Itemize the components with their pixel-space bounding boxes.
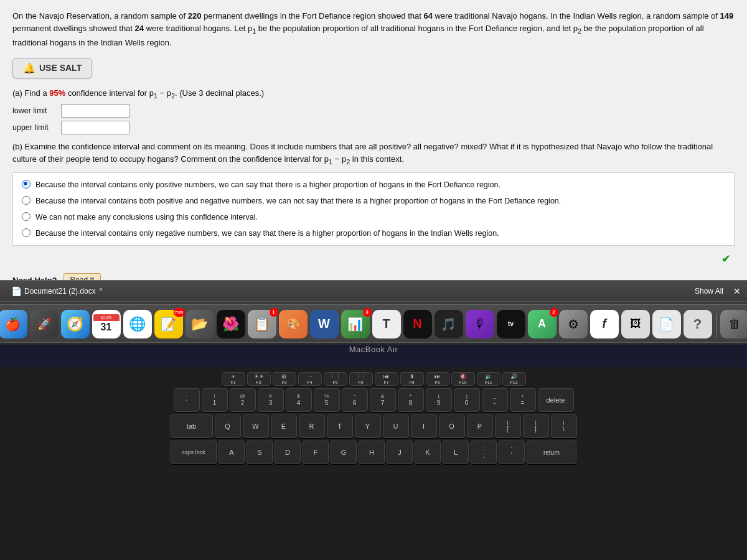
key-capslock[interactable]: caps lock bbox=[171, 441, 217, 464]
key-lbracket[interactable]: {[ bbox=[495, 414, 521, 438]
key-f1[interactable]: ☀F1 bbox=[222, 372, 245, 386]
key-d[interactable]: D bbox=[275, 441, 301, 464]
key-w[interactable]: W bbox=[243, 414, 269, 438]
dock-music-icon[interactable]: 🎵 bbox=[435, 310, 463, 338]
part-a-label: (a) Find a 95% confidence interval for p… bbox=[12, 88, 735, 100]
key-9[interactable]: (9 bbox=[426, 388, 452, 412]
key-tilde[interactable]: ~` bbox=[174, 388, 200, 412]
key-f9[interactable]: ⏭F9 bbox=[426, 372, 449, 386]
dock-help-icon[interactable]: ? bbox=[684, 310, 712, 338]
use-salt-button[interactable]: 🔔 USE SALT bbox=[12, 58, 92, 78]
key-0[interactable]: )0 bbox=[454, 388, 480, 412]
radio-item-1[interactable]: Because the interval contains both posit… bbox=[22, 195, 725, 207]
dock-notes-icon[interactable]: 📝 7185 bbox=[154, 310, 183, 338]
key-f8[interactable]: ⏸F8 bbox=[400, 372, 424, 386]
radio-circle-3[interactable] bbox=[22, 228, 31, 237]
key-f[interactable]: F bbox=[303, 441, 329, 464]
key-f5[interactable]: ⋮⋮F5 bbox=[324, 372, 347, 386]
key-q[interactable]: Q bbox=[215, 414, 241, 438]
dock-launchpad-icon[interactable]: 🚀 bbox=[30, 310, 59, 338]
dock-automator-icon[interactable]: A 2 bbox=[528, 310, 557, 338]
radio-label-3: Because the interval contains only negat… bbox=[35, 228, 499, 239]
dock-trash-icon[interactable]: 🗑 bbox=[720, 310, 748, 338]
key-delete[interactable]: delete bbox=[538, 388, 574, 412]
key-k[interactable]: K bbox=[415, 441, 441, 464]
key-o[interactable]: O bbox=[439, 414, 465, 438]
dock-photos-icon[interactable]: 🌺 bbox=[217, 310, 245, 338]
upper-limit-label: upper limit bbox=[12, 123, 56, 132]
dock-finder-icon[interactable]: 🍎 bbox=[0, 310, 27, 338]
key-equals[interactable]: += bbox=[510, 388, 536, 412]
key-8[interactable]: *8 bbox=[398, 388, 424, 412]
dock-color-icon[interactable]: 🎨 bbox=[279, 310, 308, 338]
radio-item-3[interactable]: Because the interval contains only negat… bbox=[22, 228, 725, 239]
dock-appletv-icon[interactable]: tv bbox=[497, 310, 525, 338]
key-f6[interactable]: ⋮⋮F6 bbox=[349, 372, 373, 386]
key-u[interactable]: U bbox=[383, 414, 409, 438]
key-rbracket[interactable]: }] bbox=[523, 414, 549, 438]
key-h[interactable]: H bbox=[359, 441, 385, 464]
lower-limit-label: lower limit bbox=[12, 106, 56, 115]
key-r[interactable]: R bbox=[299, 414, 325, 438]
key-4[interactable]: $4 bbox=[286, 388, 312, 412]
key-5[interactable]: %5 bbox=[314, 388, 340, 412]
radio-circle-2[interactable] bbox=[22, 212, 31, 221]
key-y[interactable]: Y bbox=[355, 414, 381, 438]
radio-item-0[interactable]: Because the interval contains only posit… bbox=[22, 179, 725, 190]
key-f11[interactable]: 🔉F11 bbox=[477, 372, 500, 386]
key-return[interactable]: return bbox=[527, 441, 576, 464]
key-s[interactable]: S bbox=[247, 441, 273, 464]
key-semicolon[interactable]: :; bbox=[471, 441, 497, 464]
qwerty-row: tab Q W E R T Y U I O P {[ }] |\ bbox=[171, 414, 577, 438]
lower-limit-input[interactable] bbox=[61, 104, 129, 118]
dock-divider bbox=[716, 314, 716, 338]
key-7[interactable]: &7 bbox=[370, 388, 396, 412]
key-quote[interactable]: "' bbox=[499, 441, 525, 464]
key-g[interactable]: G bbox=[331, 441, 357, 464]
key-backslash[interactable]: |\ bbox=[551, 414, 577, 438]
dock-sysprefs-icon[interactable]: ⚙ bbox=[559, 310, 588, 338]
dock-text-icon[interactable]: T bbox=[372, 310, 401, 338]
key-3[interactable]: #3 bbox=[258, 388, 284, 412]
key-f12[interactable]: 🔊F12 bbox=[502, 372, 526, 386]
dock-word-icon[interactable]: W bbox=[310, 310, 339, 338]
taskbar-document-item[interactable]: 📄 Document21 (2).docx ^ bbox=[6, 285, 107, 297]
key-l[interactable]: L bbox=[443, 441, 469, 464]
key-f7[interactable]: ⏮F7 bbox=[375, 372, 398, 386]
key-2[interactable]: @2 bbox=[230, 388, 256, 412]
dock-charts-icon[interactable]: 📊 3 bbox=[341, 310, 370, 338]
dock-finder2-icon[interactable]: 📂 bbox=[186, 310, 214, 338]
key-i[interactable]: I bbox=[411, 414, 437, 438]
key-6[interactable]: ^6 bbox=[342, 388, 368, 412]
dock-calendar-icon[interactable]: AUG 31 bbox=[92, 310, 121, 338]
key-e[interactable]: E bbox=[271, 414, 297, 438]
radio-item-2[interactable]: We can not make any conclusions using th… bbox=[22, 212, 725, 223]
dock-fontbook-icon[interactable]: f bbox=[590, 310, 619, 338]
key-a[interactable]: A bbox=[218, 441, 245, 464]
key-1[interactable]: !1 bbox=[202, 388, 228, 412]
dock-safari-icon[interactable]: 🧭 bbox=[61, 310, 90, 338]
key-f4[interactable]: ⋯F4 bbox=[298, 372, 322, 386]
key-j[interactable]: J bbox=[387, 441, 413, 464]
dock-preview-icon[interactable]: 🖼 bbox=[621, 310, 650, 338]
key-tab[interactable]: tab bbox=[171, 414, 213, 438]
show-all-button[interactable]: Show All bbox=[695, 287, 723, 296]
key-p[interactable]: P bbox=[467, 414, 493, 438]
taskbar: 📄 Document21 (2).docx ^ Show All ✕ bbox=[0, 280, 747, 301]
radio-circle-0[interactable] bbox=[22, 180, 31, 189]
key-t[interactable]: T bbox=[327, 414, 353, 438]
radio-circle-1[interactable] bbox=[22, 196, 31, 205]
checkmark-area: ✔ bbox=[12, 252, 735, 266]
upper-limit-input[interactable] bbox=[61, 121, 129, 134]
fn-row: ☀F1 ☀☀F2 ⊞F3 ⋯F4 ⋮⋮F5 ⋮⋮F6 ⏮F7 ⏸F8 ⏭F9 🔇… bbox=[222, 372, 526, 386]
key-f3[interactable]: ⊞F3 bbox=[273, 372, 296, 386]
dock-netflix-icon[interactable]: N bbox=[403, 310, 432, 338]
key-f2[interactable]: ☀☀F2 bbox=[247, 372, 271, 386]
dock-chrome-icon[interactable]: 🌐 bbox=[123, 310, 152, 338]
dock-reminders-icon[interactable]: 📋 1 bbox=[248, 310, 276, 338]
key-f10[interactable]: 🔇F10 bbox=[451, 372, 475, 386]
dock-finder3-icon[interactable]: 📄 bbox=[652, 310, 681, 338]
close-button[interactable]: ✕ bbox=[733, 286, 741, 296]
key-minus[interactable]: _- bbox=[482, 388, 508, 412]
dock-podcast-icon[interactable]: 🎙 bbox=[466, 310, 494, 338]
